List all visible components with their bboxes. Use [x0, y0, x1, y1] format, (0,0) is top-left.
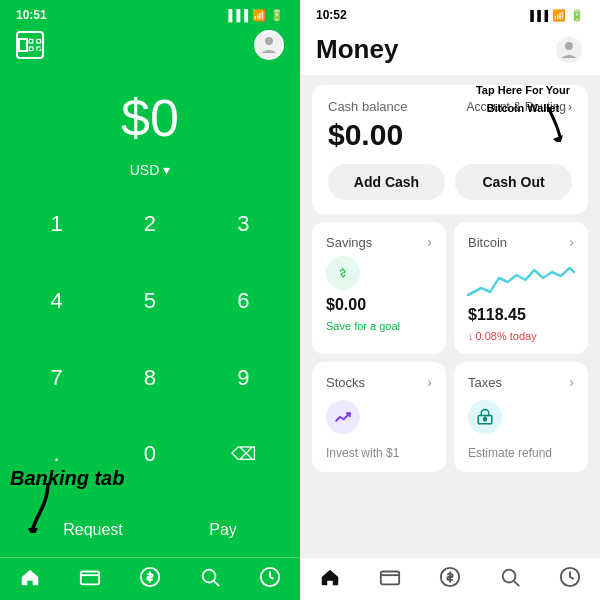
stocks-header: Stocks ›	[326, 374, 432, 390]
svg-point-18	[565, 42, 573, 50]
stocks-sub: Invest with $1	[326, 446, 432, 460]
numpad-6[interactable]: 6	[197, 275, 290, 327]
nav-home-icon[interactable]	[19, 566, 41, 588]
right-panel: 10:52 ▐▐▐ 📶 🔋 Money Cash balance Account…	[300, 0, 600, 600]
numpad-2[interactable]: 2	[103, 198, 196, 250]
banking-arrow	[28, 483, 68, 540]
stocks-label: Stocks	[326, 375, 365, 390]
svg-point-13	[203, 570, 216, 583]
svg-rect-2	[30, 47, 34, 51]
svg-point-8	[265, 37, 273, 45]
left-time: 10:51	[16, 8, 47, 22]
svg-line-14	[214, 581, 219, 586]
nav-search-icon[interactable]	[199, 566, 221, 588]
taxes-card[interactable]: Taxes › Estimate refund	[454, 362, 588, 472]
right-avatar-icon[interactable]	[554, 35, 584, 65]
right-status-bar: 10:52 ▐▐▐ 📶 🔋	[300, 0, 600, 26]
cash-out-button[interactable]: Cash Out	[455, 164, 572, 200]
taxes-chevron-icon: ›	[569, 374, 574, 390]
cash-balance-top: Cash balance Account & Routing ›	[328, 99, 572, 114]
taxes-header: Taxes ›	[468, 374, 574, 390]
bitcoin-label: Bitcoin	[468, 235, 507, 250]
numpad-9[interactable]: 9	[197, 352, 290, 404]
numpad: 1 2 3 4 5 6 7 8 9 . 0 ⌫	[0, 198, 300, 505]
bitcoin-amount: $118.45	[468, 306, 574, 324]
right-status-icons: ▐▐▐ 📶 🔋	[527, 9, 584, 22]
left-top-icons	[0, 26, 300, 68]
savings-card[interactable]: Savings › $0.00 Save for a goal	[312, 222, 446, 354]
battery-icon: 🔋	[270, 9, 284, 22]
bitcoin-card-header: Bitcoin ›	[468, 234, 574, 250]
svg-rect-0	[30, 39, 34, 43]
savings-amount: $0.00	[326, 296, 432, 314]
cash-balance-label: Cash balance	[328, 99, 408, 114]
right-wifi-icon: 📶	[552, 9, 566, 22]
scan-icon[interactable]	[16, 31, 44, 59]
taxes-icon	[468, 400, 502, 434]
stocks-chevron-icon: ›	[427, 374, 432, 390]
savings-label: Savings	[326, 235, 372, 250]
svg-rect-1	[37, 39, 41, 43]
svg-rect-24	[381, 572, 399, 585]
left-nav-bar	[0, 557, 300, 600]
page-title: Money	[316, 34, 398, 65]
right-battery-icon: 🔋	[570, 9, 584, 22]
svg-rect-9	[81, 572, 99, 585]
right-nav-clock[interactable]	[559, 566, 581, 588]
numpad-5[interactable]: 5	[103, 275, 196, 327]
right-nav-search[interactable]	[499, 566, 521, 588]
right-nav-bar	[300, 557, 600, 600]
right-nav-dollar[interactable]	[439, 566, 461, 588]
left-status-icons: ▐▐▐ 📶 🔋	[225, 9, 284, 22]
bitcoin-chart	[468, 260, 574, 300]
right-header: Money	[300, 26, 600, 75]
right-content: Cash balance Account & Routing › $0.00 A…	[300, 75, 600, 557]
pay-button[interactable]: Pay	[179, 513, 267, 547]
numpad-1[interactable]: 1	[10, 198, 103, 250]
savings-icon	[326, 256, 360, 290]
nav-dollar-icon[interactable]	[139, 566, 161, 588]
nav-card-icon[interactable]	[79, 566, 101, 588]
numpad-7[interactable]: 7	[10, 352, 103, 404]
bitcoin-chevron-icon: ›	[569, 234, 574, 250]
left-panel: 10:51 ▐▐▐ 📶 🔋	[0, 0, 300, 600]
signal-icon: ▐▐▐	[225, 9, 248, 21]
avatar-icon[interactable]	[254, 30, 284, 60]
cash-balance-card: Cash balance Account & Routing › $0.00 A…	[312, 85, 588, 214]
currency-chevron: ▾	[163, 162, 170, 178]
bitcoin-sub: ↓ 0.08% today	[468, 330, 574, 342]
currency-label: USD	[130, 162, 160, 178]
savings-chevron-icon: ›	[427, 234, 432, 250]
cash-amount: $0.00	[328, 118, 572, 152]
left-status-bar: 10:51 ▐▐▐ 📶 🔋	[0, 0, 300, 26]
right-time: 10:52	[316, 8, 347, 22]
chevron-right-icon: ›	[568, 100, 572, 114]
numpad-4[interactable]: 4	[10, 275, 103, 327]
amount-display: $0	[0, 68, 300, 158]
taxes-label: Taxes	[468, 375, 502, 390]
stocks-card[interactable]: Stocks › Invest with $1	[312, 362, 446, 472]
account-routing-link[interactable]: Account & Routing ›	[467, 100, 572, 114]
right-nav-home[interactable]	[319, 566, 341, 588]
currency-selector[interactable]: USD ▾	[0, 158, 300, 198]
svg-point-28	[503, 570, 516, 583]
stocks-taxes-grid: Stocks › Invest with $1 Taxes ›	[312, 362, 588, 472]
right-nav-card[interactable]	[379, 566, 401, 588]
savings-bitcoin-grid: Savings › $0.00 Save for a goal Bitcoin …	[312, 222, 588, 354]
nav-clock-icon[interactable]	[259, 566, 281, 588]
savings-sub: Save for a goal	[326, 320, 432, 332]
bitcoin-card[interactable]: Bitcoin › $118.45 ↓ 0.08% today	[454, 222, 588, 354]
add-cash-button[interactable]: Add Cash	[328, 164, 445, 200]
svg-marker-16	[28, 528, 38, 533]
stocks-icon	[326, 400, 360, 434]
numpad-8[interactable]: 8	[103, 352, 196, 404]
cash-buttons: Add Cash Cash Out	[328, 164, 572, 200]
numpad-backspace[interactable]: ⌫	[197, 428, 290, 480]
savings-card-header: Savings ›	[326, 234, 432, 250]
numpad-3[interactable]: 3	[197, 198, 290, 250]
taxes-sub: Estimate refund	[468, 446, 574, 460]
svg-line-29	[514, 581, 519, 586]
right-signal-icon: ▐▐▐	[527, 10, 548, 21]
down-arrow-icon: ↓	[468, 330, 474, 342]
wifi-icon: 📶	[252, 9, 266, 22]
